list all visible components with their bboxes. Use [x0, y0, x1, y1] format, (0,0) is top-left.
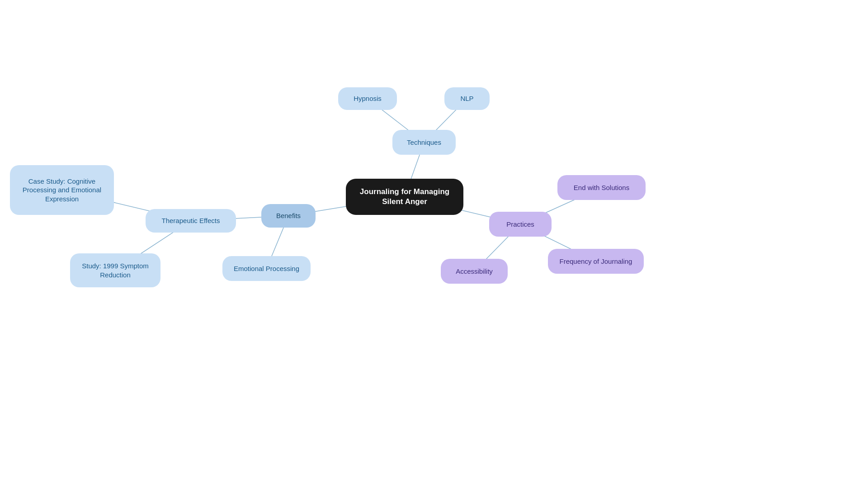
study-1999-label: Study: 1999 Symptom Reduction — [70, 257, 160, 284]
hypnosis-label: Hypnosis — [346, 90, 389, 108]
end-solutions-label: End with Solutions — [566, 179, 637, 197]
frequency-journaling-node[interactable]: Frequency of Journaling — [548, 249, 644, 274]
benefits-label: Benefits — [269, 207, 308, 225]
accessibility-node[interactable]: Accessibility — [441, 259, 508, 284]
practices-node[interactable]: Practices — [489, 212, 552, 237]
end-with-solutions-node[interactable]: End with Solutions — [557, 175, 646, 200]
techniques-node[interactable]: Techniques — [392, 130, 456, 155]
case-study-label: Case Study: Cognitive Processing and Emo… — [10, 172, 114, 208]
study-1999-node[interactable]: Study: 1999 Symptom Reduction — [70, 253, 160, 287]
nlp-label: NLP — [453, 90, 481, 108]
accessibility-label: Accessibility — [448, 262, 500, 281]
center-node[interactable]: Journaling for Managing Silent Anger — [346, 179, 463, 215]
therapeutic-effects-node[interactable]: Therapeutic Effects — [146, 209, 236, 233]
nlp-node[interactable]: NLP — [444, 87, 490, 110]
practices-label: Practices — [499, 215, 542, 233]
therapeutic-label: Therapeutic Effects — [155, 212, 227, 230]
frequency-label: Frequency of Journaling — [552, 252, 640, 271]
emotional-processing-node[interactable]: Emotional Processing — [222, 256, 311, 281]
hypnosis-node[interactable]: Hypnosis — [338, 87, 397, 110]
emotional-label: Emotional Processing — [226, 260, 307, 278]
techniques-label: Techniques — [400, 133, 448, 152]
benefits-node[interactable]: Benefits — [261, 204, 316, 228]
center-label: Journaling for Managing Silent Anger — [346, 182, 463, 211]
case-study-node[interactable]: Case Study: Cognitive Processing and Emo… — [10, 165, 114, 215]
